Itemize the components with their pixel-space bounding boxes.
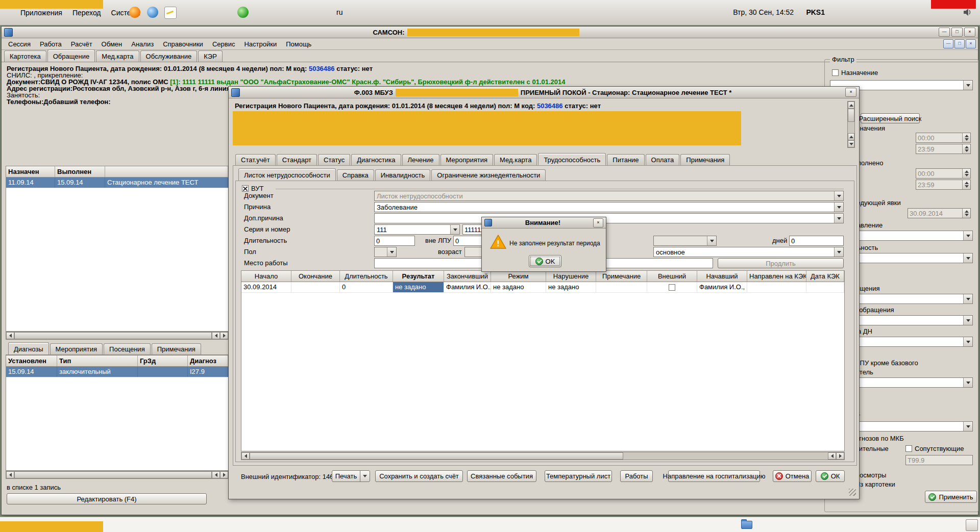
column-header[interactable]: Примечание (596, 271, 647, 282)
spin-buttons[interactable] (962, 133, 970, 142)
volume-icon[interactable] (963, 8, 972, 18)
save-and-bill-button[interactable]: Сохранить и создать счёт (375, 470, 463, 482)
column-header[interactable]: Установлен (6, 356, 57, 366)
minimize-icon[interactable]: — (939, 28, 950, 37)
lower-tab[interactable]: Примечания (152, 343, 201, 354)
scroll-thumb[interactable] (14, 332, 212, 339)
main-combo[interactable]: основное (653, 247, 844, 257)
ok-button[interactable]: ОК (816, 470, 845, 482)
events-table[interactable]: Назначен Выполнен 11.09.14 15.09.14 Стац… (6, 166, 229, 332)
sex-combo[interactable] (374, 247, 397, 257)
related-events-button[interactable]: Связанные события (467, 470, 536, 482)
dialog-subtab[interactable]: Справка (337, 169, 374, 181)
time-to-spinbox[interactable]: 23:59 (916, 144, 971, 154)
table-row[interactable]: 11.09.14 15.09.14 Стационарное лечение Т… (6, 178, 228, 188)
menu-item[interactable]: Расчёт (66, 39, 97, 49)
scroll-right-icon[interactable] (836, 452, 844, 460)
close-icon[interactable]: × (593, 218, 603, 227)
dialog-subtab[interactable]: Ограничение жизнедеятельности (431, 169, 546, 181)
main-tab[interactable]: Обслуживание (140, 50, 198, 62)
scroll-up-icon[interactable] (848, 133, 854, 140)
resize-grip[interactable] (849, 489, 856, 496)
menu-item[interactable]: Обмен (97, 39, 127, 49)
main-tab[interactable]: Картотека (4, 50, 46, 62)
concomitant-checkbox[interactable] (905, 445, 912, 452)
spin-buttons[interactable] (962, 180, 970, 189)
close-icon[interactable]: × (964, 28, 975, 37)
text-editor-icon[interactable] (164, 7, 177, 19)
child-minimize-icon[interactable]: — (943, 39, 953, 48)
lower-tab[interactable]: Диагнозы (8, 342, 49, 354)
column-header[interactable]: Дата КЭК (806, 271, 844, 282)
dialog-tab[interactable]: Мед.карта (494, 154, 537, 165)
menu-item[interactable]: Справочники (158, 39, 208, 49)
column-header[interactable]: Выполнен (55, 166, 105, 177)
keyboard-layout-indicator[interactable]: ru (336, 8, 342, 16)
column-header[interactable]: Тип (57, 356, 138, 366)
folder-icon[interactable] (741, 521, 752, 529)
dialog-tab[interactable]: Лечение (402, 154, 439, 165)
appointment-checkbox[interactable] (832, 69, 839, 76)
ok-button[interactable]: OK (529, 255, 561, 267)
menu-item[interactable]: Работа (35, 39, 66, 49)
dialog-tab[interactable]: Питание (607, 154, 644, 165)
scroll-left-icon[interactable] (6, 332, 14, 339)
prolong-button[interactable]: Продлить (718, 258, 844, 268)
dialog-subtab[interactable]: Листок нетрудоспособности (238, 168, 336, 181)
column-header[interactable]: Направлен на КЭК (747, 271, 806, 282)
column-header[interactable]: Начало (241, 271, 291, 282)
days-field[interactable]: 0 (789, 236, 844, 246)
print-button[interactable]: Печать (332, 470, 360, 482)
firefox-icon[interactable] (129, 7, 140, 18)
scroll-thumb[interactable] (848, 109, 854, 122)
time-from-spinbox[interactable]: 00:00 (916, 168, 971, 179)
main-tab[interactable]: Обращение (47, 49, 95, 62)
menu-item[interactable]: Настройки (239, 39, 281, 49)
scroll-left-icon[interactable] (828, 452, 836, 460)
column-header[interactable]: Результат (393, 271, 444, 282)
series-combo[interactable]: 111 (374, 224, 460, 235)
clock[interactable]: Втр, 30 Сен, 14:52 (733, 8, 794, 16)
duration-field[interactable]: 0 (374, 236, 415, 246)
dialog-tab[interactable]: Мероприятия (440, 154, 494, 165)
child-restore-icon[interactable]: □ (954, 39, 965, 48)
dialog-subtab[interactable]: Инвалидность (375, 169, 431, 181)
duration-unit-combo[interactable] (653, 236, 717, 246)
hospital-referral-button[interactable]: Направление на госпитализацию (668, 470, 760, 482)
dialog-tab[interactable]: Трудоспособность (538, 153, 606, 165)
scroll-thumb[interactable] (250, 452, 623, 460)
maximize-icon[interactable]: □ (951, 28, 963, 37)
spin-buttons[interactable] (962, 144, 970, 154)
main-tab[interactable]: Мед.карта (96, 50, 139, 62)
column-header[interactable]: Длительность (340, 271, 393, 282)
column-header[interactable]: Назначен (6, 166, 55, 177)
column-header[interactable]: Окончание (291, 271, 340, 282)
mkb-to-field[interactable]: T99.9 (905, 455, 973, 465)
column-header[interactable]: Режим (491, 271, 546, 282)
main-titlebar[interactable]: САМСОН: — □ × (2, 27, 978, 38)
scroll-left-icon[interactable] (241, 452, 250, 460)
globe-icon[interactable] (147, 7, 158, 18)
time-from-spinbox[interactable]: 00:00 (916, 133, 971, 143)
dialog-tab[interactable]: Оплата (646, 154, 680, 165)
lower-tab[interactable]: Мероприятия (50, 343, 103, 354)
diagnoses-table[interactable]: Установлен Тип ГрЗд Диагноз 15.09.14 зак… (6, 355, 229, 471)
time-to-spinbox[interactable]: 23:59 (916, 180, 971, 190)
scroll-right-icon[interactable] (220, 471, 228, 478)
advanced-search-button[interactable]: Расширенный поиск (861, 113, 920, 123)
document-combo[interactable]: Листок нетрудоспособности (374, 191, 844, 201)
edit-button[interactable]: Редактировать (F4) (7, 493, 207, 504)
reason-combo[interactable]: Заболевание (374, 202, 844, 212)
menu-item[interactable]: Анализ (127, 39, 158, 49)
diagnoses-table-scrollbar[interactable] (6, 471, 229, 479)
show-desktop-button[interactable] (966, 519, 978, 531)
print-dropdown-icon[interactable] (360, 470, 370, 482)
dialog-tab[interactable]: Диагностика (351, 154, 401, 165)
table-row[interactable]: 15.09.14 заключительный I27.9 (6, 367, 228, 377)
cancel-button[interactable]: Отмена (773, 470, 812, 482)
vut-checkbox[interactable] (242, 185, 249, 192)
periods-table-scrollbar[interactable] (241, 452, 845, 460)
column-header[interactable]: Нарушение (546, 271, 596, 282)
child-close-icon[interactable]: × (966, 39, 976, 48)
temperature-sheet-button[interactable]: Температурный лист (545, 470, 612, 482)
